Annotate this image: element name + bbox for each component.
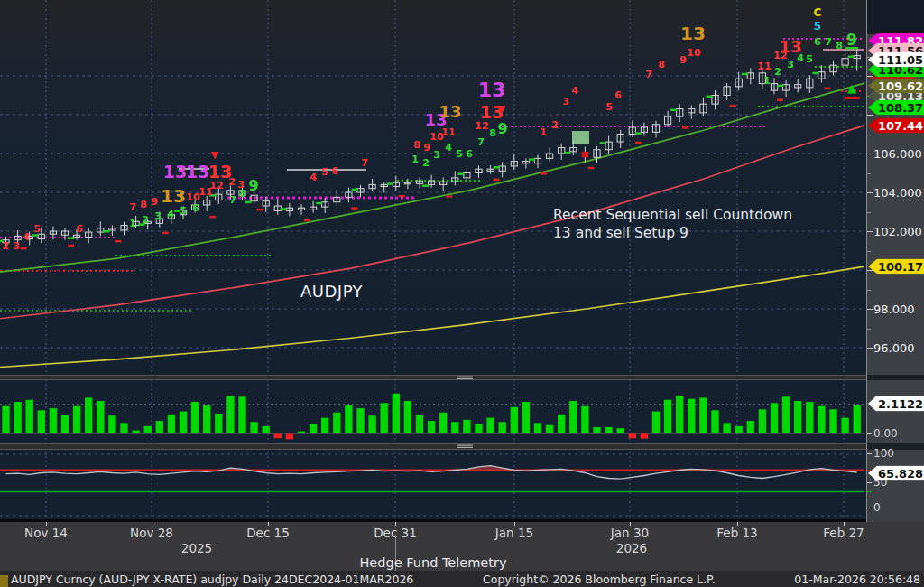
volume-bar [263, 426, 270, 433]
axis-tick-major [867, 433, 872, 434]
price-tag: 111.051 [868, 52, 924, 68]
rsi-panel-bg [0, 450, 866, 519]
td-green-dash [174, 210, 180, 212]
volume-bar [144, 426, 152, 433]
td-red-dash [209, 216, 216, 219]
volume-bar [711, 410, 718, 433]
volume-bar [829, 409, 836, 433]
volume-bar [759, 409, 766, 433]
volume-bar [617, 428, 624, 433]
volume-bar [641, 434, 648, 439]
panel-divider [0, 443, 866, 450]
volume-bar [735, 426, 743, 433]
td-green-dash [529, 158, 535, 161]
status-security-description: AUDJPY Curncy (AUD-JPY X-RATE) audjpy Da… [11, 573, 413, 586]
axis-tick-major [867, 76, 873, 77]
axis-tick-major [867, 309, 873, 310]
chart-plot-area[interactable] [0, 0, 866, 522]
date-label: Nov 28 [130, 526, 173, 540]
axis-price-label: 0.00 [873, 427, 898, 440]
td-green-dash [281, 208, 287, 210]
status-datetime: 01-Mar-2026 20:56:48 [794, 573, 920, 586]
volume-bar [321, 418, 328, 433]
td-green-dash [457, 173, 464, 176]
main-panel-bg [0, 0, 866, 375]
volume-bar [310, 424, 317, 434]
volume-bar [854, 405, 861, 433]
volume-bar [806, 402, 813, 433]
axis-tick-major [867, 270, 873, 271]
volume-bar [593, 427, 600, 433]
volume-bar [226, 396, 234, 433]
td-red-dash [351, 207, 357, 210]
divider-drag-handle[interactable] [457, 447, 473, 448]
volume-bar [97, 401, 104, 433]
td-green-dash [316, 202, 322, 205]
volume-bar [50, 408, 57, 433]
td-marker-rect [845, 47, 858, 50]
td-red-dash [682, 126, 688, 129]
price-tag: 65.8287 [868, 466, 924, 481]
volume-bar [333, 413, 340, 433]
td-green-dash [103, 230, 109, 232]
rsi-oversold-tick [867, 491, 872, 492]
td-red-dash [162, 232, 169, 235]
volume-bar [428, 421, 435, 433]
volume-bar [499, 422, 506, 433]
date-label: Feb 13 [716, 526, 757, 540]
td-green-dash [670, 109, 677, 112]
status-copyright: Copyright© 2026 Bloomberg Finance L.P. [483, 573, 716, 586]
axis-tick-minor [867, 251, 871, 252]
volume-bar [108, 415, 116, 433]
volume-bar [581, 406, 588, 433]
td-green-dash [387, 182, 393, 185]
volume-bar [416, 415, 423, 433]
volume-bar [2, 406, 9, 433]
bloomberg-chart-window: 2345678910111213123456789131313234567123… [0, 0, 924, 587]
td-red-dash [777, 98, 783, 101]
axis-price-label: 106.000 [873, 147, 922, 161]
volume-bar [180, 412, 187, 433]
divider-drag-handle[interactable] [457, 377, 473, 377]
volume-bar [203, 405, 210, 433]
td-green-dash [812, 72, 818, 75]
pair-label: AUDJPY [300, 282, 363, 301]
td-red-dash [257, 209, 263, 211]
td-green-dash [139, 223, 145, 226]
divider-drag-handle[interactable] [457, 445, 473, 446]
divider-drag-handle[interactable] [457, 378, 473, 379]
volume-bar [511, 407, 518, 433]
td-green-dash [494, 166, 500, 169]
status-left-marker [0, 575, 8, 587]
annotation-note-line2: 13 and sell Setup 9 [553, 225, 688, 241]
date-label: Jan 30 [611, 526, 649, 540]
td-red-dash [635, 142, 642, 144]
volume-bar [73, 406, 80, 433]
price-tag: 100.178 [868, 259, 924, 275]
volume-bar [132, 431, 139, 433]
year-label: 2026 [616, 541, 647, 555]
volume-bar [522, 402, 530, 433]
axis-price-label: 0 [873, 501, 881, 514]
rsi-overbought-tick [867, 470, 872, 471]
volume-bar [652, 412, 660, 433]
volume-bar [629, 434, 636, 439]
volume-bar [841, 418, 848, 433]
axis-tick-minor [867, 290, 871, 291]
volume-bar [14, 402, 21, 433]
td-red-dash [730, 105, 736, 107]
axis-tick-major [867, 348, 873, 349]
volume-bar [120, 423, 127, 433]
td-green-dash [32, 234, 39, 237]
volume-bar [676, 396, 683, 433]
volume-bar [439, 413, 447, 433]
volume-bar [191, 402, 199, 433]
volume-bar [215, 414, 222, 433]
td-red-dash [446, 195, 452, 198]
price-tag: 107.446 [868, 118, 924, 134]
volume-bar [393, 394, 400, 433]
volume-bar [475, 424, 482, 434]
td-red-dash [304, 219, 310, 222]
td-marker-rect [572, 131, 589, 144]
volume-bar [345, 405, 352, 433]
